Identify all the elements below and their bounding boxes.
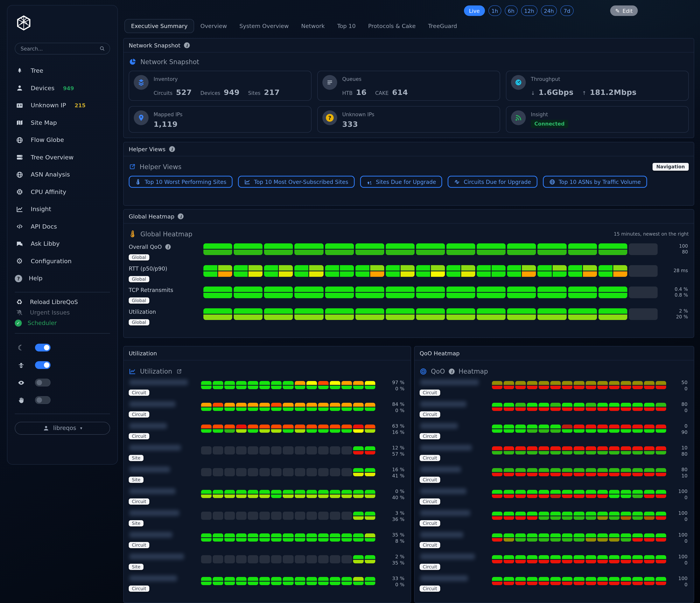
heatmap-cell [515,577,526,585]
sidebar-status-scheduler[interactable]: ✓Scheduler [15,318,110,328]
qoo-row: Circuit1080 [420,444,689,466]
heatmap-cell [527,533,538,542]
sidebar-item-label: ASN Analysis [31,171,70,178]
external-link-icon[interactable] [176,369,182,374]
info-icon[interactable]: i [178,213,184,219]
heatmap-cell [562,533,573,542]
sidebar-status-reload-libreqos[interactable]: ♻Reload LibreQoS [15,297,110,307]
libreqos-dashboard: TreeDevices949Unknown IP215Site MapFlow … [0,0,700,603]
edit-button[interactable]: ✎ Edit [610,5,638,16]
heatmap-cell [504,468,514,476]
heatmap-values: 1080 [681,445,688,457]
sidebar-item-site-map[interactable]: Site Map [15,114,110,131]
tab-overview[interactable]: Overview [194,20,233,33]
helper-button-top-10-asns-by-traffic-volume[interactable]: Top 10 ASNs by Traffic Volume [543,176,647,188]
helper-button-sites-due-for-upgrade[interactable]: Sites Due for Upgrade [360,176,442,188]
helper-button-top-10-most-over-subscribed-sites[interactable]: Top 10 Most Over-Subscribed Sites [238,176,354,188]
heatmap-cell [342,403,352,411]
sidebar-item-flow-globe[interactable]: Flow Globe [15,131,110,149]
gauge-icon [515,78,522,86]
sidebar-item-tree[interactable]: Tree [15,62,110,79]
time-pill-12h[interactable]: 12h [521,5,537,16]
heatmap-cell [585,555,596,563]
heatmap-cell [386,308,415,320]
heatmap-cell [325,286,354,298]
heatmap-cell [295,381,305,389]
moon-toggle[interactable] [35,344,51,351]
tab-system-overview[interactable]: System Overview [233,20,295,33]
heatmap-cell [597,490,608,498]
heatmap-cell [213,468,223,476]
heatmap-cell [248,490,258,498]
heatmap-cell [318,446,328,454]
heatmap-cell [574,512,584,520]
info-icon[interactable]: i [169,146,175,152]
heatmap-cell [632,577,643,585]
heatmap-cell [539,468,549,476]
sidebar-item-asn-analysis[interactable]: ASN Analysis [15,166,110,183]
time-pill-24h[interactable]: 24h [541,5,557,16]
heatmap-track [201,512,375,520]
heatmap-cell [201,446,211,454]
sidebar-item-unknown-ip[interactable]: Unknown IP215 [15,97,110,114]
tab-treeguard[interactable]: TreeGuard [422,20,464,33]
heatmap-cell [259,381,270,389]
sidebar-item-configuration[interactable]: ⚙Configuration [15,252,110,270]
heatmap-cell [629,286,658,298]
heatmap-cell [632,512,643,520]
redacted-name [129,445,181,451]
thermo-icon [135,179,141,185]
sidebar-item-help[interactable]: ?Help [15,270,110,287]
heatmap-cell [295,577,305,585]
tab-protocols-cake[interactable]: Protocols & Cake [362,20,422,33]
sidebar-item-cpu-affinity[interactable]: CPU Affinity [15,183,110,201]
time-pill-6h[interactable]: 6h [505,5,518,16]
sidebar-item-devices[interactable]: Devices949 [15,79,110,97]
hand-toggle[interactable] [35,396,51,404]
heatmap-cell [306,446,317,454]
helper-button-circuits-due-for-upgrade[interactable]: Circuits Due for Upgrade [448,176,537,188]
pie-chart-icon [129,58,136,66]
panel-header: Network Snapshot i [124,39,694,52]
card-label: Mapped IPs [154,111,182,118]
sidebar-item-ask-libby[interactable]: Ask Libby [15,235,110,252]
tab-top-10[interactable]: Top 10 [331,20,362,33]
eye-toggle[interactable] [35,379,51,386]
tab-network[interactable]: Network [295,20,331,33]
info-icon[interactable]: i [165,244,171,250]
time-pill-7d[interactable]: 7d [560,5,573,16]
sidebar-status-urgent-issues[interactable]: Urgent Issues [15,307,110,318]
user-avatar-icon [43,425,49,431]
heatmap-track [201,490,375,498]
heatmap-cell [365,577,375,585]
heatmap-cell [568,286,597,298]
spy-toggle[interactable] [35,361,51,369]
heatmap-cell [236,446,247,454]
info-icon[interactable]: i [184,42,190,48]
heatmap-track [203,265,658,277]
sidebar-item-api-docs[interactable]: API Docs [15,218,110,235]
heatmap-cell [295,265,323,277]
cube-icon [16,15,32,31]
scope-badge: Circuit [420,542,440,548]
sidebar-item-tree-overview[interactable]: Tree Overview [15,149,110,166]
sidebar-item-label: CPU Affinity [31,189,66,196]
search-input[interactable] [15,43,110,54]
sidebar-item-label: Tree [31,68,43,74]
heatmap-cell [446,286,475,298]
utilization-title-row: Utilization [129,368,406,375]
heatmap-cell [597,468,608,476]
tab-executive-summary[interactable]: Executive Summary [124,19,194,33]
redacted-name [420,554,475,559]
layers-icon [137,78,145,86]
scope-badge: Global [129,319,149,325]
time-pill-live[interactable]: Live [464,5,485,16]
helper-button-top-10-worst-performing-sites[interactable]: Top 10 Worst Performing Sites [129,176,232,188]
heatmap-cell [527,512,538,520]
sidebar-item-insight[interactable]: Insight [15,201,110,218]
time-pill-1h[interactable]: 1h [488,5,501,16]
user-menu-button[interactable]: libreqos ▾ [15,422,110,434]
heatmap-cell [236,555,247,563]
heatmap-cell [353,555,364,563]
info-icon[interactable]: i [449,369,455,374]
